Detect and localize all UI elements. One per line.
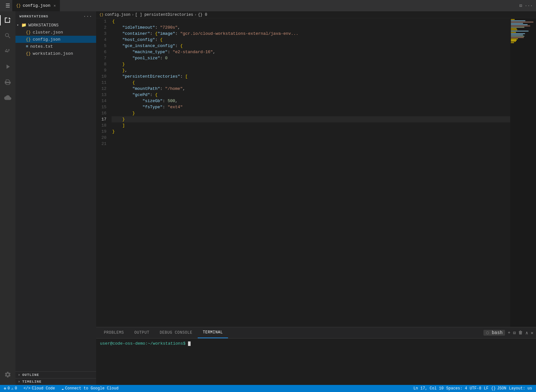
activity-item-explorer[interactable] xyxy=(0,13,15,28)
activity-item-search[interactable] xyxy=(0,28,15,43)
split-terminal-icon[interactable]: ⊡ xyxy=(513,330,516,336)
code-line-17: } xyxy=(112,116,510,122)
status-encoding[interactable]: UTF-8 xyxy=(468,385,482,392)
minimap-line xyxy=(511,28,517,29)
sidebar-title: WORKSTATIONS xyxy=(19,14,48,18)
json-icon: {} xyxy=(26,30,31,35)
code-line-19: } xyxy=(112,129,510,135)
breadcrumb-item-2[interactable]: {} 0 xyxy=(198,13,207,17)
menu-icon[interactable]: ☰ xyxy=(3,1,12,10)
outline-label: OUTLINE xyxy=(22,373,39,377)
line-num-3: 3 xyxy=(96,31,106,37)
code-line-11: { xyxy=(112,80,510,86)
folder-workstations[interactable]: ▾ 📁 WORKSTATIONS xyxy=(15,22,96,29)
file-workstation-json[interactable]: {} workstation.json xyxy=(15,50,96,57)
file-cluster-json[interactable]: {} cluster.json xyxy=(15,29,96,36)
line-num-4: 4 xyxy=(96,37,106,43)
line-num-8: 8 xyxy=(96,61,106,67)
status-cloud-code[interactable]: </> Cloud Code xyxy=(22,385,56,392)
more-actions-icon[interactable]: ··· xyxy=(525,3,533,8)
code-line-18: ] xyxy=(112,122,510,129)
minimap-line xyxy=(511,38,518,39)
minimap-line xyxy=(511,31,529,32)
maximize-panel-icon[interactable]: ∧ xyxy=(525,330,528,336)
connect-label: Connect to Google Cloud xyxy=(65,386,119,391)
activity-item-cloud[interactable] xyxy=(0,90,15,105)
minimap-line xyxy=(511,23,523,24)
minimap-line xyxy=(511,20,525,21)
language-label: {} xyxy=(491,386,496,391)
code-line-5: "gce_instance_config": { xyxy=(112,43,510,49)
line-num-2: 2 xyxy=(96,24,106,31)
line-num-16: 16 xyxy=(96,110,106,116)
code-line-12: "mountPath": "/home", xyxy=(112,86,510,92)
activity-item-extensions[interactable] xyxy=(0,74,15,90)
new-file-icon[interactable]: ··· xyxy=(83,14,92,19)
cloud-code-icon: </> xyxy=(24,386,31,391)
add-terminal-icon[interactable]: + xyxy=(508,330,510,335)
code-line-7: "pool_size": 0 xyxy=(112,55,510,61)
line-num-6: 6 xyxy=(96,49,106,55)
file-notes-txt[interactable]: ≡ notes.txt xyxy=(15,43,96,50)
json-icon: {} xyxy=(26,37,31,42)
json-icon: {} xyxy=(26,51,31,56)
minimap-line xyxy=(511,37,524,38)
spaces-label: Spaces: 4 xyxy=(446,386,467,391)
status-layout[interactable]: Layout: us xyxy=(508,385,533,392)
status-language[interactable]: {} JSON xyxy=(490,385,508,392)
line-num-1: 1 xyxy=(96,18,106,24)
status-errors[interactable]: ⊗ 0 ⚠ 0 xyxy=(3,385,18,392)
timeline-label: TIMELINE xyxy=(22,380,42,384)
status-line-ending[interactable]: LF xyxy=(482,385,490,392)
folder-icon: 📁 xyxy=(21,23,26,28)
status-spaces[interactable]: Spaces: 4 xyxy=(445,385,469,392)
code-content[interactable]: { "idleTimeout": "7200s", "container": {… xyxy=(112,18,510,327)
bash-label: ⬡ bash xyxy=(483,330,505,336)
minimap-line xyxy=(511,34,523,35)
panel: PROBLEMS OUTPUT DEBUG CONSOLE TERMINAL ⬡… xyxy=(96,327,536,385)
minimap-line xyxy=(511,41,516,42)
panel-tab-problems[interactable]: PROBLEMS xyxy=(99,327,129,338)
timeline-arrow-icon: › xyxy=(18,380,20,384)
timeline-header[interactable]: › TIMELINE xyxy=(15,378,96,385)
split-editor-icon[interactable]: ⊡ xyxy=(519,3,522,8)
line-num-12: 12 xyxy=(96,86,106,92)
file-label: config.json xyxy=(33,37,61,42)
panel-tab-terminal[interactable]: TERMINAL xyxy=(198,327,228,338)
kill-terminal-icon[interactable]: 🗑 xyxy=(518,330,523,335)
panel-tabs: PROBLEMS OUTPUT DEBUG CONSOLE TERMINAL ⬡… xyxy=(96,327,536,339)
activity-item-run-debug[interactable] xyxy=(0,59,15,74)
close-panel-icon[interactable]: ✕ xyxy=(531,330,533,336)
line-num-18: 18 xyxy=(96,122,106,129)
breadcrumb-item-1[interactable]: [ ] persistentDirectories xyxy=(135,13,193,17)
minimap-line xyxy=(511,36,524,37)
code-line-13: "gcePd": { xyxy=(112,92,510,98)
code-line-4: "host_config": { xyxy=(112,37,510,43)
breadcrumb-item-0[interactable]: config.json xyxy=(105,13,130,17)
line-num-20: 20 xyxy=(96,135,106,141)
error-count: 0 xyxy=(7,386,10,391)
terminal-content[interactable]: user@code-oss-demo:~/workstations$ xyxy=(96,339,536,385)
code-line-6: "machine_type": "e2-standard-16", xyxy=(112,49,510,55)
line-num-17: 17 xyxy=(96,116,106,122)
minimap-line xyxy=(511,24,528,25)
main-layout: WORKSTATIONS ··· ▾ 📁 WORKSTATIONS {} clu… xyxy=(0,11,536,385)
line-num-15: 15 xyxy=(96,104,106,110)
status-position[interactable]: Ln 17, Col 10 xyxy=(412,385,445,392)
file-tree: ▾ 📁 WORKSTATIONS {} cluster.json {} conf… xyxy=(15,22,96,196)
outline-header[interactable]: › OUTLINE xyxy=(15,372,96,378)
activity-item-source-control[interactable] xyxy=(0,43,15,59)
panel-tab-output[interactable]: OUTPUT xyxy=(129,327,154,338)
line-num-7: 7 xyxy=(96,55,106,61)
activity-bar xyxy=(0,11,15,385)
status-connect-google-cloud[interactable]: ☁ Connect to Google Cloud xyxy=(60,385,120,392)
tab-close-button[interactable]: ✕ xyxy=(54,4,56,8)
tab-config-json[interactable]: {} config.json ✕ xyxy=(12,0,60,11)
file-config-json[interactable]: {} config.json xyxy=(15,36,96,43)
line-num-14: 14 xyxy=(96,98,106,104)
sidebar-header-icons: ··· xyxy=(83,14,92,19)
position-label: Ln 17, Col 10 xyxy=(413,386,444,391)
line-num-10: 10 xyxy=(96,73,106,80)
activity-item-settings[interactable] xyxy=(0,367,15,382)
panel-tab-debug-console[interactable]: DEBUG CONSOLE xyxy=(154,327,197,338)
